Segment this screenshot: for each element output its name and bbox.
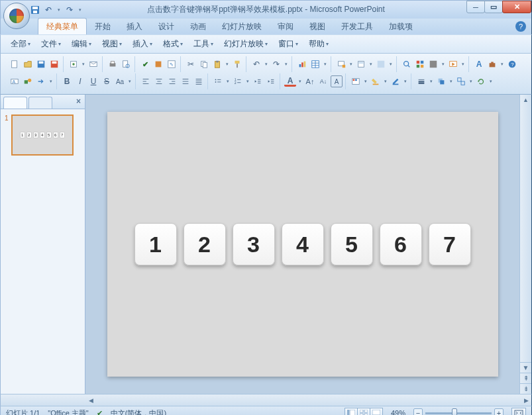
zoom-out-button[interactable]: − [413, 408, 423, 415]
vertical-scrollbar[interactable]: ▲ ▼ ⇞ ⇟ [519, 95, 531, 394]
textbox-icon[interactable]: A [9, 75, 21, 87]
piano-key-2[interactable]: 2 [184, 223, 226, 265]
paste-icon[interactable] [211, 58, 223, 70]
help-toolbar-icon[interactable]: ? [506, 58, 518, 70]
arrow-shape-icon[interactable] [35, 75, 47, 87]
menu-all[interactable]: 全部▾ [7, 37, 34, 51]
translate-icon[interactable]: ✎ [166, 58, 178, 70]
dropdown-icon[interactable]: ▾ [348, 62, 354, 67]
print-icon[interactable] [107, 58, 119, 70]
minimize-button[interactable]: ─ [466, 1, 485, 13]
tab-slideshow[interactable]: 幻灯片放映 [214, 19, 270, 34]
qat-customize-icon[interactable]: ▾ [78, 7, 83, 13]
slideshow-view-button[interactable] [370, 408, 383, 415]
undo-icon[interactable]: ↶ [43, 5, 54, 15]
menu-view[interactable]: 视图▾ [99, 37, 125, 51]
fit-window-button[interactable] [511, 408, 526, 415]
dropdown-icon[interactable]: ▾ [441, 62, 446, 67]
bullets-icon[interactable] [212, 75, 224, 87]
new-slide-icon[interactable] [335, 58, 347, 70]
dropdown-icon[interactable]: ▾ [368, 62, 374, 67]
theme-colors-icon[interactable] [350, 75, 362, 87]
align-left-icon[interactable] [140, 75, 152, 87]
redo-icon[interactable]: ↷ [64, 5, 75, 15]
piano-key-3[interactable]: 3 [233, 223, 275, 265]
italic-icon[interactable]: I [74, 75, 86, 87]
dropdown-icon[interactable]: ▾ [264, 62, 269, 67]
numbering-icon[interactable]: 12 [232, 75, 244, 87]
new-icon[interactable] [9, 58, 21, 70]
shapes-icon[interactable] [22, 75, 34, 87]
piano-key-7[interactable]: 7 [429, 223, 471, 265]
tab-view[interactable]: 视图 [301, 19, 333, 34]
dropdown-icon[interactable]: ▾ [363, 79, 368, 84]
piano-key-1[interactable]: 1 [134, 223, 177, 265]
status-language[interactable]: 中文(简体，中国) [111, 408, 166, 416]
dropdown-icon[interactable]: ▾ [284, 62, 289, 67]
sorter-view-button[interactable] [357, 408, 370, 415]
open-icon[interactable] [22, 58, 34, 70]
thumbnail-preview[interactable]: 1 2 3 4 5 6 7 [11, 115, 74, 156]
format-painter-icon[interactable] [231, 58, 243, 70]
menu-edit[interactable]: 编辑▾ [68, 37, 95, 51]
dropdown-icon[interactable]: ▾ [48, 79, 54, 84]
research-icon[interactable] [152, 58, 164, 70]
group-icon[interactable] [455, 75, 467, 87]
saveas-icon[interactable] [48, 58, 60, 70]
indent-icon[interactable] [265, 75, 277, 87]
background-icon[interactable] [375, 58, 387, 70]
dropdown-icon[interactable]: ▾ [225, 62, 230, 67]
thumbnail-item[interactable]: 1 1 2 3 4 5 6 7 [5, 115, 81, 156]
menu-file[interactable]: 文件▾ [38, 37, 64, 51]
menu-window[interactable]: 窗口▾ [275, 37, 301, 51]
tab-home[interactable]: 开始 [87, 19, 119, 34]
slide-canvas[interactable]: 1 2 3 4 5 6 7 [107, 112, 498, 377]
tab-outline[interactable] [28, 97, 52, 109]
shrink-font-icon[interactable]: A↓ [317, 75, 329, 87]
line-style-icon[interactable] [415, 75, 427, 87]
zoom-icon[interactable] [401, 58, 413, 70]
dropdown-icon[interactable]: ▾ [245, 79, 250, 84]
distribute-icon[interactable] [193, 75, 205, 87]
dropdown-icon[interactable]: ▾ [127, 79, 133, 84]
fill-color-icon[interactable] [370, 75, 382, 87]
dropdown-icon[interactable]: ▾ [460, 62, 466, 67]
spellcheck-icon[interactable]: ✔ [139, 58, 151, 70]
justify-icon[interactable] [180, 75, 191, 87]
zoom-value[interactable]: 49% [391, 409, 405, 415]
rotate-icon[interactable] [475, 75, 487, 87]
grow-font-icon[interactable]: A↑ [304, 75, 316, 87]
menu-insert[interactable]: 插入▾ [129, 37, 156, 51]
menu-slideshow[interactable]: 幻灯片放映▾ [221, 37, 271, 51]
slideshow-icon[interactable] [447, 58, 459, 70]
scroll-up-icon[interactable]: ▲ [520, 95, 531, 105]
tab-classic-menu[interactable]: 经典菜单 [38, 18, 87, 34]
dropdown-icon[interactable]: ▾ [500, 62, 505, 67]
tab-developer[interactable]: 开发工具 [333, 19, 381, 34]
menu-tools[interactable]: 工具▾ [190, 37, 217, 51]
change-case-icon[interactable]: Aa [114, 75, 126, 87]
tab-slides[interactable] [3, 97, 27, 109]
prev-slide-icon[interactable]: ⇞ [520, 373, 531, 383]
align-right-icon[interactable] [166, 75, 178, 87]
dropdown-icon[interactable]: ▾ [388, 62, 394, 67]
permissions-icon[interactable] [68, 58, 80, 70]
zoom-in-button[interactable]: + [494, 408, 504, 415]
panel-close-icon[interactable]: × [76, 97, 81, 106]
copy-icon[interactable] [198, 58, 210, 70]
menu-format[interactable]: 格式▾ [160, 37, 186, 51]
save-icon[interactable] [35, 58, 47, 70]
dropdown-icon[interactable]: ▾ [81, 62, 86, 67]
redo-icon[interactable]: ↷ [270, 58, 282, 70]
maximize-button[interactable]: ▭ [484, 1, 503, 13]
close-button[interactable]: ✕ [502, 1, 531, 13]
scroll-down-icon[interactable]: ▼ [520, 362, 531, 373]
toolbox-icon[interactable] [486, 58, 498, 70]
outdent-icon[interactable] [252, 75, 264, 87]
dropdown-icon[interactable]: ▾ [488, 79, 494, 84]
tab-design[interactable]: 设计 [150, 19, 182, 34]
line-color-icon[interactable] [390, 75, 401, 87]
normal-view-button[interactable] [345, 408, 358, 415]
tab-review[interactable]: 审阅 [270, 19, 301, 34]
dropdown-icon[interactable]: ▾ [383, 79, 388, 84]
